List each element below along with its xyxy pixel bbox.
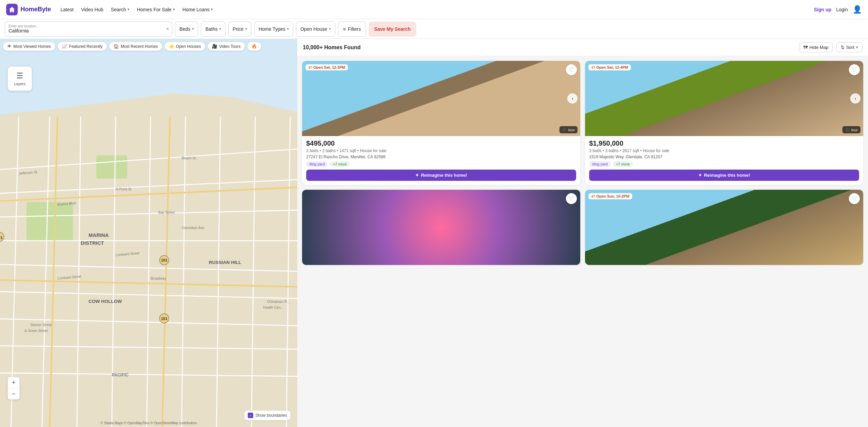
- zoom-in-button[interactable]: +: [8, 377, 19, 388]
- clear-search-button[interactable]: ×: [166, 26, 169, 32]
- listing-card[interactable]: 🏷 Open Sun, 10-2PM ♡: [585, 190, 863, 265]
- nav-homes-for-sale[interactable]: Homes For Sale ▾: [137, 7, 175, 12]
- reimagine-button[interactable]: ✦ Reimagine this home!: [306, 170, 576, 181]
- card-image: [585, 190, 863, 265]
- price-filter[interactable]: Price ▾: [228, 22, 252, 37]
- user-icon[interactable]: 👤: [853, 5, 862, 14]
- favorite-button[interactable]: ♡: [849, 64, 860, 75]
- listing-card[interactable]: 🏷 Open Sat, 12-3PM ♡ › 🎥 tour $495,000 2…: [302, 61, 580, 185]
- tab-featured-recently[interactable]: 📈 Featured Recently: [57, 42, 107, 51]
- zoom-controls: + −: [8, 377, 20, 400]
- svg-rect-3: [96, 156, 127, 179]
- svg-text:N Point St.: N Point St.: [116, 187, 133, 191]
- baths-chevron-icon: ▾: [219, 27, 221, 31]
- reimagine-icon: ✦: [415, 173, 419, 178]
- nav-home-loans[interactable]: Home Loans ▾: [182, 7, 213, 12]
- zoom-out-button[interactable]: −: [8, 388, 19, 399]
- boundaries-checkbox[interactable]: ✓: [248, 413, 253, 418]
- card-image: [585, 61, 863, 136]
- favorite-button[interactable]: ♡: [849, 193, 860, 204]
- tab-most-viewed[interactable]: 👁 Most Viewed Homes: [3, 42, 55, 51]
- filters-button[interactable]: ≡ Filters: [338, 22, 366, 37]
- nav-latest[interactable]: Latest: [60, 7, 73, 12]
- fire-icon: 🔥: [252, 44, 257, 49]
- svg-text:Health Cen...: Health Cen...: [263, 306, 284, 309]
- card-image: [302, 190, 580, 265]
- price-chevron-icon: ▾: [245, 27, 247, 31]
- sort-icon: ⇅: [841, 45, 844, 50]
- svg-text:MARINA: MARINA: [89, 232, 109, 238]
- favorite-button[interactable]: ♡: [566, 193, 577, 204]
- eye-icon: 👁: [7, 44, 12, 49]
- card-image: [302, 61, 580, 136]
- logo-icon: [6, 4, 18, 15]
- svg-text:101: 101: [161, 258, 167, 262]
- svg-text:& Green Street: & Green Street: [25, 329, 48, 333]
- nav-search[interactable]: Search ▾: [111, 7, 129, 12]
- reimagine-button[interactable]: ✦ Reimagine this home!: [589, 170, 859, 181]
- map-container[interactable]: 101 101 101 MARINA DISTRICT COW HOLLOW R…: [0, 39, 297, 427]
- card-body: $495,000 2 beds • 2 baths • 1471 sqft • …: [302, 136, 580, 185]
- card-price: $495,000: [306, 139, 576, 147]
- svg-text:PACIFIC: PACIFIC: [112, 373, 128, 377]
- category-tabs: 👁 Most Viewed Homes 📈 Featured Recently …: [3, 42, 295, 51]
- nav-video-hub[interactable]: Video Hub: [81, 7, 103, 12]
- open-house-badge: 🏷 Open Sat, 12-4PM: [588, 64, 631, 70]
- tag-more[interactable]: +7 more: [613, 161, 633, 167]
- signup-button[interactable]: Sign up: [814, 7, 831, 12]
- show-boundaries-toggle[interactable]: ✓ Show boundaries: [244, 411, 290, 420]
- filter-lines-icon: ≡: [343, 26, 346, 32]
- hide-map-button[interactable]: 🗺 Hide Map: [799, 42, 833, 52]
- nav-links: Latest Video Hub Search ▾ Homes For Sale…: [60, 7, 213, 12]
- hide-map-icon: 🗺: [803, 45, 808, 50]
- baths-filter[interactable]: Baths ▾: [201, 22, 226, 37]
- next-image-button[interactable]: ›: [567, 93, 578, 104]
- listing-card[interactable]: ♡: [302, 190, 580, 265]
- card-tags: #big yard +7 more: [589, 161, 859, 167]
- svg-text:Broadway: Broadway: [151, 277, 166, 280]
- card-details: 2 beds • 2 baths • 1471 sqft • House for…: [306, 148, 576, 153]
- nav-right: Sign up Login 👤: [814, 5, 862, 14]
- video-icon: 🎥: [212, 44, 217, 49]
- layers-icon: ☰: [16, 71, 23, 80]
- svg-text:Steiner Street: Steiner Street: [30, 323, 52, 327]
- home-types-filter[interactable]: Home Types ▾: [254, 22, 293, 37]
- listing-card[interactable]: 🏷 Open Sat, 12-4PM ♡ › 🎥 tour $1,950,000…: [585, 61, 863, 185]
- card-address: 1519 Majestic Way, Glendale, CA 91207: [589, 155, 859, 159]
- tour-badge: 🎥 tour: [842, 126, 860, 133]
- logo[interactable]: HomeByte: [6, 4, 51, 15]
- navbar: HomeByte Latest Video Hub Search ▾ Homes…: [0, 0, 868, 19]
- open-house-filter[interactable]: Open House ▾: [296, 22, 335, 37]
- tour-badge: 🎥 tour: [559, 126, 578, 133]
- card-details: 3 beds • 3 baths • 2617 sqft • House for…: [589, 148, 859, 153]
- save-search-button[interactable]: Save My Search: [369, 22, 416, 37]
- svg-text:RUSSIAN HILL: RUSSIAN HILL: [209, 260, 241, 265]
- home-types-chevron-icon: ▾: [287, 27, 289, 31]
- reimagine-icon: ✦: [698, 173, 702, 178]
- login-button[interactable]: Login: [836, 7, 848, 12]
- sort-button[interactable]: ⇅ Sort ▾: [836, 42, 863, 52]
- open-house-icon: 🏷: [308, 65, 312, 69]
- next-image-button[interactable]: ›: [850, 93, 860, 104]
- location-label: Enter any location...: [9, 24, 168, 28]
- tab-open-houses[interactable]: ⭐ Open Houses: [164, 42, 205, 51]
- svg-rect-2: [26, 202, 73, 241]
- open-house-icon: 🏷: [591, 194, 595, 198]
- card-image-wrap: 🏷 Open Sat, 12-3PM ♡ › 🎥 tour: [302, 61, 580, 136]
- tab-video-tours[interactable]: 🎥 Video Tours: [207, 42, 245, 51]
- tag-big-yard: #big yard: [589, 161, 611, 167]
- search-input[interactable]: [9, 28, 168, 34]
- search-input-wrap[interactable]: Enter any location... ×: [5, 22, 172, 37]
- tab-most-recent[interactable]: 🏠 Most Recent Homes: [109, 42, 162, 51]
- layers-button[interactable]: ☰ Layers: [8, 66, 32, 91]
- tag-more[interactable]: +7 more: [330, 161, 350, 167]
- svg-text:Beach St.: Beach St.: [181, 156, 196, 160]
- card-tags: #big yard +7 more: [306, 161, 576, 167]
- favorite-button[interactable]: ♡: [566, 64, 577, 75]
- listings-panel: 10,000+ Homes Found 🗺 Hide Map ⇅ Sort ▾ …: [297, 39, 868, 427]
- loans-chevron-icon: ▾: [211, 7, 213, 12]
- tab-more[interactable]: 🔥: [247, 42, 261, 51]
- beds-filter[interactable]: Beds ▾: [175, 22, 198, 37]
- svg-text:COW HOLLOW: COW HOLLOW: [89, 299, 122, 304]
- search-chevron-icon: ▾: [127, 7, 130, 12]
